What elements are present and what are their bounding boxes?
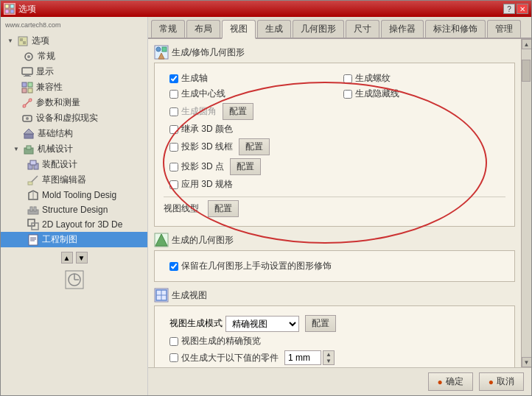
svg-point-8 xyxy=(27,55,30,58)
cb-proj3dpoint[interactable] xyxy=(169,163,178,172)
cb-axis-label: 生成轴 xyxy=(181,72,208,85)
title-bar: 选项 ? ✕ xyxy=(1,1,531,17)
sidebar-item-jixie[interactable]: ▼ 机械设计 xyxy=(1,141,147,157)
sidebar-item-shebei[interactable]: 设备和虚拟现实 xyxy=(1,110,147,126)
ok-label: 确定 xyxy=(446,375,463,388)
cb-hiddenlines-label: 生成隐藏线 xyxy=(355,88,399,100)
sidebar-item-structdesign[interactable]: Structure Design xyxy=(1,202,147,217)
sidebar-item-root[interactable]: ▼ 选项 xyxy=(1,33,147,49)
cb-inherit3d-label: 继承 3D 颜色 xyxy=(181,123,233,135)
cb-viewgen-min[interactable] xyxy=(169,353,178,362)
sidebar-label-shebei: 设备和虚拟现实 xyxy=(36,112,98,124)
caotu-icon xyxy=(27,174,39,186)
cb-viewgen-preview[interactable] xyxy=(169,337,178,346)
scroll-down-arrow[interactable]: ▼ xyxy=(522,357,532,367)
bottom-bar: ● 确定 ● 取消 xyxy=(148,367,531,395)
svg-rect-33 xyxy=(34,207,36,211)
svg-rect-11 xyxy=(24,76,31,77)
tab-buJu[interactable]: 布局 xyxy=(186,20,220,38)
sidebar-label-jichu: 基础结构 xyxy=(38,127,73,140)
sidebar-item-changGui[interactable]: 常规 xyxy=(1,49,147,64)
sidebar-down-arrow[interactable]: ▼ xyxy=(76,252,88,264)
config-btn-fillets[interactable]: 配置 xyxy=(223,103,253,120)
sidebar-item-zhuangpei[interactable]: 装配设计 xyxy=(1,157,147,172)
cb-viewgen-min-label: 仅生成大于以下值的零件 xyxy=(181,352,279,364)
cb-fillets[interactable] xyxy=(169,107,178,116)
sidebar-item-jianRong[interactable]: 兼容性 xyxy=(1,79,147,95)
tab-biaozhu[interactable]: 标注和修饰 xyxy=(425,20,486,38)
tab-caozuoqi[interactable]: 操作器 xyxy=(381,20,424,38)
tab-shiTu[interactable]: 视图 xyxy=(222,20,256,39)
jichu-icon xyxy=(23,128,35,140)
section-viewgen: 生成视图 视图生成模式 精确视图 近似视图 草图视图 xyxy=(154,288,515,367)
cb-row-viewgen-preview: 视图生成的精确预览 xyxy=(164,335,505,347)
config-btn-proj3dframe[interactable]: 配置 xyxy=(239,138,270,155)
svg-point-20 xyxy=(26,117,29,120)
cb-hiddenlines[interactable] xyxy=(343,90,352,99)
tab-shengCheng[interactable]: 生成 xyxy=(257,20,291,38)
cb-inherit3d[interactable] xyxy=(169,125,178,134)
svg-rect-32 xyxy=(30,207,32,211)
svg-rect-3 xyxy=(10,10,14,13)
sidebar-item-jichu[interactable]: 基础结构 xyxy=(1,126,147,141)
svg-rect-0 xyxy=(5,4,9,8)
sidebar-up-arrow[interactable]: ▲ xyxy=(61,252,73,264)
cb-row-centerline: 生成中心线 xyxy=(164,88,332,100)
tab-bar: 常规 布局 视图 生成 几何图形 尺寸 操作器 xyxy=(148,17,531,39)
sidebar: www.cartech8.com ▼ 选项 xyxy=(1,17,148,395)
scroll-thumb[interactable] xyxy=(522,60,531,82)
mm-spinner-down[interactable]: ▼ xyxy=(323,358,334,364)
scroll-up-arrow[interactable]: ▲ xyxy=(522,39,532,49)
cb-centerline[interactable] xyxy=(169,90,178,99)
mm-spinner-up[interactable]: ▲ xyxy=(323,351,334,358)
section-geom: 生成的几何图形 保留在几何图形上手动设置的图形修饰 xyxy=(154,233,515,282)
svg-rect-21 xyxy=(24,134,33,138)
sidebar-item-canshu[interactable]: 参数和测量 xyxy=(1,95,147,110)
tab-jiheShape[interactable]: 几何图形 xyxy=(293,20,344,38)
config-btn-viewlinetype[interactable]: 配置 xyxy=(208,200,239,217)
viewgen-mode-row: 视图生成模式 精确视图 近似视图 草图视图 配置 xyxy=(164,315,505,332)
svg-rect-36 xyxy=(29,235,38,245)
spacer2 xyxy=(13,130,20,138)
sidebar-item-gongcheng[interactable]: 工程制图 xyxy=(1,232,147,247)
svg-rect-15 xyxy=(28,88,32,93)
cb-row-axis: 生成轴 xyxy=(164,72,332,85)
sidebar-item-moldtooling[interactable]: Mold Tooling Desig xyxy=(1,188,147,202)
sidebar-item-caotu[interactable]: 草图编辑器 xyxy=(1,172,147,188)
cb-geom[interactable] xyxy=(169,262,178,271)
config-btn-viewgen[interactable]: 配置 xyxy=(305,315,336,332)
main-area: www.cartech8.com ▼ 选项 xyxy=(1,17,531,395)
ok-button[interactable]: ● 确定 xyxy=(428,372,473,391)
close-button[interactable]: ✕ xyxy=(517,4,528,14)
tab-guanLi[interactable]: 管理 xyxy=(487,20,521,38)
generate-box: 生成轴 生成中心线 生成圆角 配置 xyxy=(154,63,515,227)
config-btn-proj3dpoint[interactable]: 配置 xyxy=(230,158,261,175)
sidebar-item-xianShi[interactable]: 显示 xyxy=(1,64,147,79)
sidebar-label-canshu: 参数和测量 xyxy=(36,96,80,109)
sidebar-bottom-icon xyxy=(64,269,85,290)
tab-chiCun[interactable]: 尺寸 xyxy=(346,20,379,38)
col1: 生成轴 生成中心线 生成圆角 配置 xyxy=(164,69,332,194)
tab-changGui[interactable]: 常规 xyxy=(151,20,185,38)
viewgen-mode-select[interactable]: 精确视图 近似视图 草图视图 xyxy=(225,316,299,332)
cb-centerline-label: 生成中心线 xyxy=(181,88,225,100)
cb-apply3d[interactable] xyxy=(169,180,178,189)
cancel-button[interactable]: ● 取消 xyxy=(479,372,524,391)
svg-rect-2 xyxy=(5,10,9,13)
svg-point-45 xyxy=(156,47,161,52)
cb-proj3dframe[interactable] xyxy=(169,143,178,152)
svg-rect-5 xyxy=(20,38,23,41)
sidebar-label-jixie: 机械设计 xyxy=(38,143,73,155)
section-viewgen-header: 生成视图 xyxy=(154,288,515,303)
section-geom-icon xyxy=(154,233,169,247)
shebei-icon xyxy=(21,113,33,124)
zhuangpei-icon xyxy=(27,159,39,171)
content-scrollbar: ▲ ▼ xyxy=(521,39,531,367)
main-window: 选项 ? ✕ www.cartech8.com ▼ 选项 xyxy=(0,0,532,396)
sidebar-item-2dlayout[interactable]: 2D Layout for 3D De xyxy=(1,217,147,232)
cb-threads[interactable] xyxy=(343,74,352,83)
cb-axis[interactable] xyxy=(169,74,178,83)
title-bar-controls: ? ✕ xyxy=(503,4,528,14)
help-button[interactable]: ? xyxy=(503,4,515,14)
viewgen-min-input[interactable] xyxy=(284,350,321,365)
